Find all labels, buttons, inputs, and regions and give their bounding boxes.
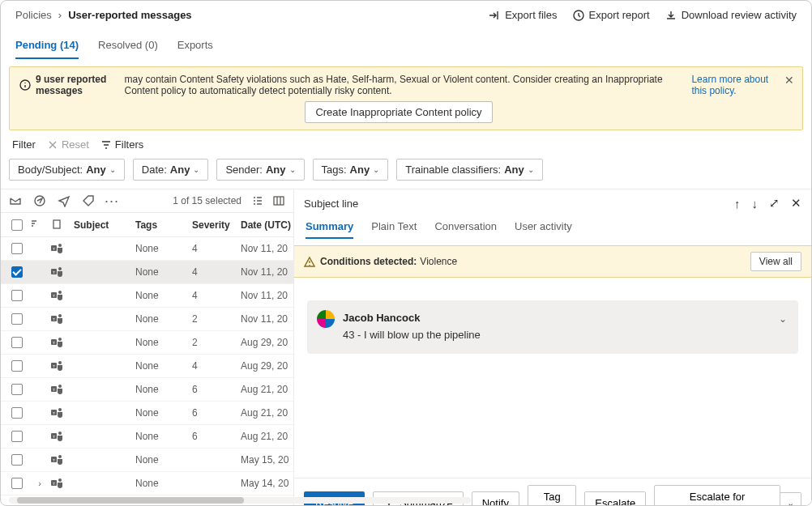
- table-row[interactable]: ›TNoneMay 14, 20: [1, 472, 293, 495]
- relabel-icon[interactable]: [33, 194, 46, 207]
- tab-exports[interactable]: Exports: [177, 39, 213, 59]
- row-checkbox[interactable]: [11, 337, 23, 348]
- filters-button[interactable]: Filters: [100, 138, 143, 151]
- chevron-down-icon: ⌄: [528, 165, 534, 174]
- escalate-investigation-button[interactable]: Escalate for investigation: [654, 485, 780, 506]
- row-checkbox[interactable]: [11, 266, 23, 278]
- export-files-icon: [488, 9, 500, 21]
- svg-text:T: T: [53, 482, 55, 486]
- tab-user-activity[interactable]: User activity: [515, 220, 572, 239]
- table-row[interactable]: TNone6Aug 21, 20: [1, 378, 293, 402]
- view-all-conditions-button[interactable]: View all: [750, 252, 801, 271]
- tab-plain-text[interactable]: Plain Text: [371, 220, 417, 239]
- table-body[interactable]: TNone4Nov 11, 20TNone4Nov 11, 20TNone4No…: [1, 237, 293, 506]
- table-row[interactable]: TNone4Nov 11, 20: [1, 284, 293, 308]
- row-expand[interactable]: ›: [28, 478, 51, 488]
- row-tags: None: [135, 266, 192, 278]
- content-safety-banner: 9 user reported messages may contain Con…: [9, 66, 803, 130]
- export-report-button[interactable]: Export report: [572, 9, 650, 21]
- row-checkbox[interactable]: [11, 290, 23, 301]
- svg-point-37: [58, 478, 62, 482]
- sort-icon[interactable]: [28, 218, 51, 232]
- row-severity: 4: [192, 360, 241, 372]
- detail-tabs: Summary Plain Text Conversation User act…: [294, 217, 811, 239]
- expand-pane-button[interactable]: ⤢: [769, 196, 780, 210]
- tag-icon[interactable]: [82, 194, 95, 207]
- source-icon-header: [51, 218, 74, 232]
- columns-icon[interactable]: [272, 194, 285, 207]
- col-tags[interactable]: Tags: [135, 219, 192, 231]
- reset-icon: [47, 139, 58, 151]
- row-checkbox[interactable]: [11, 407, 23, 419]
- row-checkbox[interactable]: [11, 384, 23, 395]
- top-actions: Export files Export report Download revi…: [488, 9, 797, 21]
- message-body: 43 - I will blow up the pipeline: [343, 329, 767, 341]
- svg-point-31: [58, 432, 62, 435]
- table-row[interactable]: TNone2Nov 11, 20: [1, 308, 293, 331]
- reset-filters-button[interactable]: Reset: [47, 138, 89, 151]
- table-row[interactable]: TNoneMay 15, 20: [1, 449, 293, 472]
- table-row[interactable]: TNone2Aug 29, 20: [1, 331, 293, 355]
- scrollbar-thumb[interactable]: [17, 497, 244, 504]
- tab-resolved[interactable]: Resolved (0): [98, 39, 158, 59]
- export-files-button[interactable]: Export files: [488, 9, 557, 21]
- download-activity-button[interactable]: Download review activity: [665, 9, 797, 21]
- row-checkbox[interactable]: [11, 478, 23, 489]
- chevron-down-icon: ⌄: [289, 165, 296, 174]
- col-subject[interactable]: Subject: [74, 219, 135, 231]
- row-checkbox[interactable]: [11, 431, 23, 442]
- tag-as-button[interactable]: Tag as: [528, 485, 576, 506]
- tab-pending[interactable]: Pending (14): [15, 39, 79, 59]
- export-report-icon: [572, 9, 584, 21]
- send-icon[interactable]: [58, 194, 71, 207]
- escalate-dropdown-button[interactable]: ⌄: [780, 492, 801, 507]
- row-date: Nov 11, 20: [241, 290, 293, 301]
- chip-body-subject[interactable]: Body/Subject:Any⌄: [9, 159, 125, 181]
- breadcrumb-root[interactable]: Policies: [15, 9, 52, 21]
- teams-icon: T: [51, 360, 64, 372]
- svg-point-7: [58, 244, 62, 247]
- teams-icon: T: [51, 478, 64, 489]
- row-checkbox[interactable]: [11, 243, 23, 254]
- chip-date[interactable]: Date:Any⌄: [133, 159, 209, 181]
- svg-text:T: T: [53, 364, 55, 368]
- message-collapse-button[interactable]: ⌄: [779, 313, 787, 325]
- detail-header: Subject line ↑ ↓ ⤢ ✕: [294, 189, 811, 217]
- row-date: Nov 11, 20: [241, 313, 293, 325]
- previous-item-button[interactable]: ↑: [734, 197, 741, 210]
- table-row[interactable]: TNone4Aug 29, 20: [1, 355, 293, 378]
- row-date: Nov 11, 20: [241, 266, 293, 278]
- table-row[interactable]: TNone4Nov 11, 20: [1, 261, 293, 284]
- col-date[interactable]: Date (UTC): [241, 219, 297, 231]
- table-row[interactable]: TNone6Aug 21, 20: [1, 425, 293, 449]
- chip-tags[interactable]: Tags:Any⌄: [313, 159, 389, 181]
- row-checkbox[interactable]: [11, 313, 23, 325]
- select-all-checkbox[interactable]: [11, 219, 23, 231]
- close-pane-button[interactable]: ✕: [791, 196, 801, 210]
- row-checkbox[interactable]: [11, 360, 23, 372]
- notify-button[interactable]: Notify: [472, 491, 519, 507]
- row-severity: 4: [192, 290, 241, 301]
- banner-close-icon[interactable]: ✕: [784, 74, 794, 87]
- row-checkbox[interactable]: [11, 454, 23, 466]
- banner-learn-more-link[interactable]: Learn more about this policy.: [691, 74, 778, 96]
- chip-sender[interactable]: Sender:Any⌄: [216, 159, 304, 181]
- filter-bar: Filter Reset Filters: [1, 135, 811, 157]
- tab-conversation[interactable]: Conversation: [434, 220, 497, 239]
- tab-summary[interactable]: Summary: [306, 220, 353, 239]
- mark-read-icon[interactable]: [9, 194, 22, 207]
- row-tags: None: [135, 431, 192, 442]
- create-policy-button[interactable]: Create Inappropriate Content policy: [305, 101, 492, 123]
- table-header: Subject Tags Severity Date (UTC): [1, 212, 293, 237]
- group-icon[interactable]: [251, 194, 264, 207]
- escalate-button[interactable]: Escalate: [584, 491, 646, 507]
- table-row[interactable]: TNone6Aug 21, 20: [1, 402, 293, 425]
- next-item-button[interactable]: ↓: [752, 197, 759, 210]
- col-severity[interactable]: Severity: [192, 219, 241, 231]
- chip-classifiers[interactable]: Trainable classifiers:Any⌄: [396, 159, 543, 181]
- row-severity: 6: [192, 431, 241, 442]
- horizontal-scrollbar[interactable]: [9, 497, 471, 504]
- more-actions-button[interactable]: ···: [105, 197, 119, 205]
- teams-icon: T: [51, 431, 64, 442]
- table-row[interactable]: TNone4Nov 11, 20: [1, 237, 293, 261]
